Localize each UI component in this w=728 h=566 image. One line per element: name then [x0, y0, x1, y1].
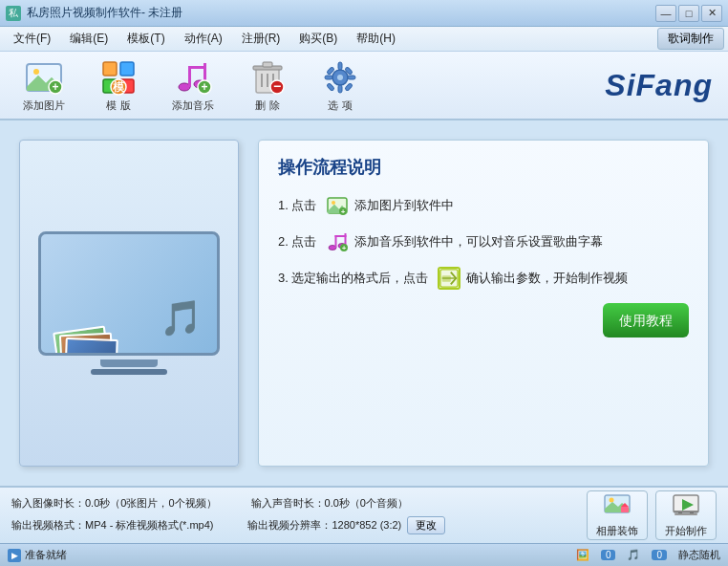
template-label: 模 版 [106, 98, 130, 113]
delete-button[interactable]: − 删 除 [241, 54, 294, 117]
status-right: 相册装饰 开始制作 [587, 490, 717, 540]
svg-rect-13 [188, 66, 191, 87]
tv-screen: 🎵 [38, 231, 220, 356]
menu-help[interactable]: 帮助(H) [347, 29, 405, 49]
album-decor-label: 相册装饰 [596, 524, 638, 538]
delete-icon: − [248, 58, 287, 97]
svg-rect-28 [338, 62, 342, 70]
instruction-step-3: 3. 选定输出的格式后，点击 确认输出参数，开始制作视频 [278, 267, 689, 290]
svg-rect-30 [325, 76, 332, 79]
title-bar: 私 私房照片视频制作软件- 未注册 — □ ✕ [0, 0, 728, 27]
tv-stand [91, 369, 167, 375]
start-make-label: 开始制作 [665, 524, 707, 538]
delete-label: 删 除 [255, 98, 279, 113]
svg-point-27 [337, 75, 343, 80]
svg-rect-35 [345, 82, 353, 90]
menu-edit[interactable]: 编辑(E) [60, 29, 118, 49]
template-button[interactable]: 模 模 版 [92, 54, 145, 117]
add-image-icon: + [25, 58, 63, 97]
svg-rect-6 [120, 62, 134, 76]
count-1: 0 [601, 550, 616, 560]
svg-point-37 [332, 201, 335, 205]
svg-rect-54 [621, 507, 629, 512]
add-music-label: 添加音乐 [172, 98, 214, 113]
window-title: 私房照片视频制作软件- 未注册 [27, 5, 655, 21]
svg-text:+: + [341, 207, 346, 216]
menu-template[interactable]: 模板(T) [118, 29, 174, 49]
settings-button[interactable]: 选 项 [313, 54, 367, 117]
instructions-panel: 操作流程说明 1. 点击 + 添加图片到软件中 2. 点击 [258, 140, 709, 467]
svg-rect-5 [103, 62, 117, 76]
random-label: 静态随机 [678, 548, 720, 562]
svg-rect-31 [348, 76, 355, 79]
tv-base [100, 359, 158, 367]
photo-card-3 [64, 337, 118, 356]
step2-num: 2. 点击 [278, 232, 316, 251]
count-2: 0 [652, 550, 667, 560]
step3-text: 确认输出参数，开始制作视频 [466, 269, 628, 288]
ready-label: 准备就绪 [25, 548, 67, 562]
menu-action[interactable]: 动作(A) [175, 29, 232, 49]
add-image-button[interactable]: + 添加图片 [15, 54, 73, 117]
svg-text:−: − [273, 78, 281, 94]
add-music-icon: + [174, 58, 212, 97]
step3-num: 3. 选定输出的格式后，点击 [278, 269, 428, 288]
svg-rect-61 [674, 513, 697, 515]
step1-text: 添加图片到软件中 [354, 196, 454, 215]
svg-rect-34 [327, 82, 334, 90]
output-format-row: 输出视频格式：MP4 - 标准视频格式(*.mp4) 输出视频分辨率：1280*… [11, 516, 587, 534]
preview-box: 🎵 [19, 140, 239, 467]
maximize-button[interactable]: □ [678, 5, 699, 22]
start-make-icon [673, 493, 699, 522]
ready-status: ▶ 准备就绪 [8, 548, 67, 562]
status-indicator: ▶ [8, 549, 21, 562]
music-note-icon: 🎵 [160, 298, 203, 338]
input-image-row: 输入图像时长：0.0秒（0张图片，0个视频） 输入声音时长：0.0秒（0个音频） [11, 496, 587, 511]
svg-rect-15 [188, 66, 206, 69]
add-music-button[interactable]: + 添加音乐 [164, 54, 222, 117]
tutorial-button[interactable]: 使用教程 [603, 303, 689, 337]
svg-point-52 [610, 497, 614, 502]
minimize-button[interactable]: — [655, 5, 676, 22]
status-bar: 输入图像时长：0.0秒（0张图片，0个视频） 输入声音时长：0.0秒（0个音频）… [0, 486, 728, 543]
settings-label: 选 项 [328, 98, 352, 113]
count-icon-2: 🎵 [627, 549, 640, 561]
step2-icon: + [326, 230, 349, 253]
album-decor-icon [604, 493, 631, 522]
instructions-title: 操作流程说明 [278, 156, 689, 179]
menu-file[interactable]: 文件(F) [4, 29, 60, 49]
input-image-label: 输入图像时长：0.0秒（0张图片，0个视频） [11, 496, 217, 511]
lyrics-button[interactable]: 歌词制作 [657, 28, 724, 50]
step1-icon: + [326, 194, 349, 217]
svg-rect-29 [338, 85, 342, 93]
bottom-right: 🖼️ 0 🎵 0 静态随机 [576, 548, 720, 562]
start-make-button[interactable]: 开始制作 [655, 490, 717, 540]
svg-rect-58 [674, 511, 698, 512]
change-button[interactable]: 更改 [407, 516, 445, 534]
menu-buy[interactable]: 购买(B) [289, 29, 347, 49]
svg-text:+: + [52, 80, 58, 94]
settings-icon [321, 58, 359, 97]
app-icon: 私 [6, 6, 21, 21]
sifang-logo: SiFang [605, 68, 713, 103]
menu-bar: 文件(F) 编辑(E) 模板(T) 动作(A) 注册(R) 购买(B) 帮助(H… [0, 27, 728, 52]
add-image-label: 添加图片 [23, 98, 65, 113]
window-controls: — □ ✕ [655, 5, 722, 22]
instruction-step-1: 1. 点击 + 添加图片到软件中 [278, 194, 689, 217]
toolbar: + 添加图片 模 模 版 [0, 52, 728, 120]
svg-text:+: + [201, 80, 207, 94]
menu-register[interactable]: 注册(R) [232, 29, 290, 49]
svg-text:模: 模 [112, 80, 125, 94]
svg-text:+: + [342, 244, 347, 252]
step1-num: 1. 点击 [278, 196, 316, 215]
bottom-bar: ▶ 准备就绪 🖼️ 0 🎵 0 静态随机 [0, 543, 728, 566]
status-left: 输入图像时长：0.0秒（0张图片，0个视频） 输入声音时长：0.0秒（0个音频）… [11, 496, 587, 534]
close-button[interactable]: ✕ [701, 5, 722, 22]
svg-rect-45 [335, 235, 347, 237]
main-area: 🎵 操作流程说明 1. 点击 + 添加图片到软件中 2. [0, 120, 728, 486]
input-audio-label: 输入声音时长：0.0秒（0个音频） [251, 496, 408, 511]
step3-icon [438, 267, 460, 290]
album-decor-button[interactable]: 相册装饰 [587, 490, 648, 540]
svg-point-1 [33, 69, 39, 75]
step2-text: 添加音乐到软件中，可以对音乐设置歌曲字幕 [354, 232, 603, 251]
